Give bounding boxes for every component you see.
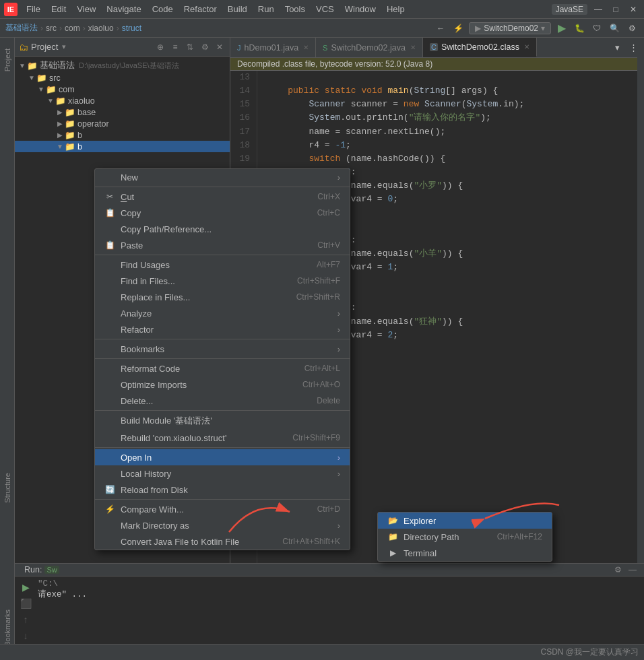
rebuild-icon [104,432,115,443]
ctx-replace-files-label: Replace in Files... [121,292,190,302]
sub-dir-path-label: Directory Path [404,532,459,542]
ctx-replace-files[interactable]: Replace in Files... Ctrl+Shift+R [95,289,350,305]
compare-icon: ⚡ [104,504,115,515]
bookmarks-icon [104,343,115,354]
sep-2 [95,255,350,255]
reload-icon: 🔄 [104,484,115,495]
ctx-build-module-label: Build Module '基础语法' [121,415,212,427]
ctx-copy-label: Copy [121,208,141,218]
sub-terminal[interactable]: ▶ Terminal [378,545,552,561]
rebuild-shortcut: Ctrl+Shift+F9 [292,433,340,442]
ctx-delete-label: Delete... [121,396,153,406]
mark-dir-arrow: › [337,521,340,531]
ctx-optimize-label: Optimize Imports [121,380,187,390]
terminal-icon: ▶ [387,548,398,558]
convert-icon [104,536,115,547]
sep-1 [95,187,350,187]
mark-dir-icon [104,520,115,531]
ctx-delete[interactable]: Delete... Delete [95,393,350,409]
ctx-find-files[interactable]: Find in Files... Ctrl+Shift+F [95,273,350,289]
ctx-refactor[interactable]: Refactor › [95,321,350,337]
ctx-bookmarks[interactable]: Bookmarks › [95,341,350,357]
ctx-rebuild[interactable]: Rebuild 'com.xiaoluo.struct' Ctrl+Shift+… [95,430,350,446]
ctx-local-history-label: Local History [121,469,171,479]
sub-explorer-label: Explorer [404,516,436,526]
find-files-shortcut: Ctrl+Shift+F [297,276,340,286]
local-history-icon [104,468,115,479]
optimize-shortcut: Ctrl+Alt+O [302,380,340,389]
ctx-refactor-label: Refactor [121,325,154,335]
ctx-cut-label: Cut [121,192,134,202]
new-arrow: › [337,172,340,183]
replace-files-shortcut: Ctrl+Shift+R [296,292,340,302]
explorer-icon: 📂 [387,515,398,526]
ctx-reload-label: Reload from Disk [121,485,188,495]
paste-icon: 📋 [104,240,115,251]
red-arrow-2 [472,485,566,539]
optimize-icon [104,379,115,390]
ctx-paste[interactable]: 📋 Paste Ctrl+V [95,237,350,253]
ctx-analyze-label: Analyze [121,308,152,319]
red-arrow-1 [222,485,303,539]
ctx-reformat[interactable]: Reformat Code Ctrl+Alt+L [95,360,350,376]
ctx-cut[interactable]: ✂ Cut Ctrl+X [95,189,350,205]
ctx-copy-path[interactable]: Copy Path/Reference... [95,221,350,237]
copy-icon: 📋 [104,207,115,218]
ctx-mark-dir-label: Mark Directory as [121,521,189,531]
ctx-copy-path-label: Copy Path/Reference... [121,224,212,234]
ctx-rebuild-label: Rebuild 'com.xiaoluo.struct' [121,433,226,443]
ctx-build-module[interactable]: Build Module '基础语法' [95,412,350,430]
ctx-optimize[interactable]: Optimize Imports Ctrl+Alt+O [95,376,350,393]
ctx-analyze[interactable]: Analyze › [95,305,350,321]
sep-6 [95,447,350,448]
ctx-open-in-label: Open In [121,453,152,463]
dir-path-icon: 📁 [387,531,398,542]
ctx-compare-label: Compare With... [121,504,184,515]
ctx-new-label: New [121,172,138,183]
open-in-icon [104,452,115,463]
find-usages-shortcut: Alt+F7 [317,260,340,269]
cut-icon: ✂ [104,191,115,202]
open-in-arrow: › [337,453,340,463]
compare-shortcut: Ctrl+D [317,504,340,514]
context-menu-overlay[interactable]: New › ✂ Cut Ctrl+X 📋 Copy Ctrl+C Copy Pa… [0,0,644,660]
build-module-icon [104,416,115,426]
replace-files-icon [104,292,115,302]
analyze-arrow: › [337,308,340,319]
find-usages-icon [104,259,115,270]
ctx-copy[interactable]: 📋 Copy Ctrl+C [95,205,350,221]
sep-4 [95,358,350,359]
copy-shortcut: Ctrl+C [317,208,340,218]
ctx-new[interactable]: New › [95,169,350,185]
ctx-bookmarks-label: Bookmarks [121,344,164,354]
reformat-shortcut: Ctrl+Alt+L [304,364,340,373]
ctx-find-files-label: Find in Files... [121,276,175,286]
ctx-convert-label: Convert Java File to Kotlin File [121,537,239,547]
sub-terminal-label: Terminal [404,548,437,558]
cut-shortcut: Ctrl+X [317,192,340,201]
ctx-find-usages-label: Find Usages [121,260,170,270]
delete-shortcut: Delete [317,396,340,405]
refactor-icon [104,324,115,335]
paste-shortcut: Ctrl+V [317,240,340,250]
ctx-open-in[interactable]: Open In › [95,449,350,465]
ctx-find-usages[interactable]: Find Usages Alt+F7 [95,257,350,273]
bookmarks-arrow: › [337,344,340,354]
sep-5 [95,410,350,411]
ctx-reformat-label: Reformat Code [121,364,180,374]
find-files-icon [104,275,115,286]
sep-3 [95,339,350,339]
local-history-arrow: › [337,469,340,479]
ctx-local-history[interactable]: Local History › [95,465,350,482]
new-icon [104,172,115,183]
reformat-icon [104,363,115,374]
analyze-icon [104,308,115,319]
copy-path-icon [104,224,115,234]
delete-icon [104,395,115,406]
refactor-arrow: › [337,325,340,335]
ctx-paste-label: Paste [121,240,143,251]
